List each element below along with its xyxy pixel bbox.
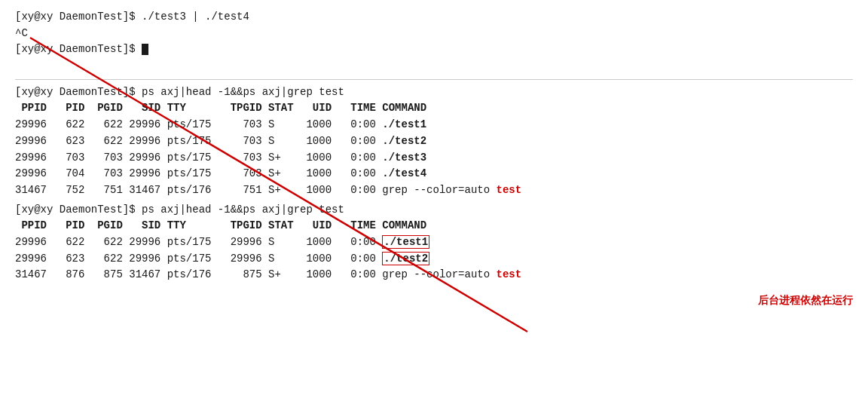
section-1: [xy@xy DaemonTest]$ ps axj|head -1&&ps a…: [15, 84, 853, 199]
section2-header: PPID PID PGID SID TTY TPGID STAT UID TIM…: [15, 218, 853, 234]
section1-row-4: 29996 704 703 29996 pts/175 703 S+ 1000 …: [15, 166, 853, 182]
section1-header: PPID PID PGID SID TTY TPGID STAT UID TIM…: [15, 100, 853, 117]
section-2: [xy@xy DaemonTest]$ ps axj|head -1&&ps a…: [15, 202, 853, 283]
section1-row-1: 29996 622 622 29996 pts/175 703 S 1000 0…: [15, 117, 853, 133]
section2-row-3: 31467 876 875 31467 pts/176 875 S+ 1000 …: [15, 267, 853, 283]
section2-cmd: [xy@xy DaemonTest]$ ps axj|head -1&&ps a…: [15, 202, 853, 219]
terminal: [xy@xy DaemonTest]$ ./test3 | ./test4 ^C…: [0, 0, 868, 395]
annotation-text: 后台进程依然在运行: [758, 294, 853, 308]
section-divider: [15, 79, 853, 80]
section1-cmd: [xy@xy DaemonTest]$ ps axj|head -1&&ps a…: [15, 84, 853, 101]
line-3: [xy@xy DaemonTest]$: [15, 41, 853, 58]
section2-row-2: 29996 623 622 29996 pts/175 29996 S 1000…: [15, 251, 853, 268]
section1-row-5: 31467 752 751 31467 pts/176 751 S+ 1000 …: [15, 182, 853, 199]
line-blank1: [15, 58, 853, 75]
section2-row-1: 29996 622 622 29996 pts/175 29996 S 1000…: [15, 234, 853, 251]
section1-row-2: 29996 623 622 29996 pts/175 703 S 1000 0…: [15, 133, 853, 150]
section1-row-3: 29996 703 703 29996 pts/175 703 S+ 1000 …: [15, 150, 853, 167]
line-2: ^C: [15, 26, 853, 42]
line-1: [xy@xy DaemonTest]$ ./test3 | ./test4: [15, 9, 853, 26]
